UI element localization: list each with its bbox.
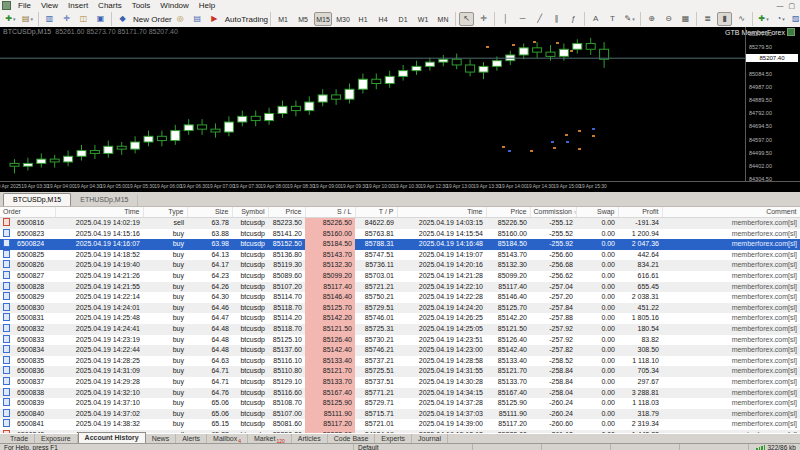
column-header-time[interactable]: Time: [397, 207, 486, 218]
history-row[interactable]: 65008162025.04.19 14:02:19sell63.78btcus…: [0, 218, 800, 229]
chart-tab-btcusdp-m15[interactable]: BTCUSDp,M15: [3, 193, 71, 206]
vertical-line-button[interactable]: │: [498, 12, 513, 26]
chart-canvas[interactable]: [0, 27, 745, 181]
history-row[interactable]: 65008292025.04.19 14:22:14buy64.30btcusd…: [0, 292, 800, 303]
indicators-button[interactable]: ✚▾: [756, 12, 771, 26]
menu-file[interactable]: File: [13, 1, 36, 10]
tab-articles[interactable]: Articles: [292, 434, 328, 443]
history-row[interactable]: 65008272025.04.19 14:21:26buy64.23btcusd…: [0, 271, 800, 282]
templates-button[interactable]: ▨▾: [790, 12, 800, 26]
print-button[interactable]: ▤: [190, 12, 205, 26]
tab-code-base[interactable]: Code Base: [328, 434, 376, 443]
history-row[interactable]: 65008312025.04.19 14:25:48buy64.47btcusd…: [0, 313, 800, 324]
timeframe-m15[interactable]: M15: [314, 12, 332, 26]
history-row[interactable]: 65008282025.04.19 14:21:55buy64.26btcusd…: [0, 282, 800, 293]
timeframe-d1[interactable]: D1: [394, 12, 412, 26]
timeframe-h1[interactable]: H1: [354, 12, 372, 26]
column-header-order[interactable]: Order: [0, 207, 55, 218]
text-button[interactable]: A: [588, 12, 603, 26]
timeframe-mn[interactable]: MN: [434, 12, 452, 26]
history-row[interactable]: 65008322025.04.19 14:24:41buy64.48btcusd…: [0, 324, 800, 335]
crosshair-button[interactable]: ✛: [476, 12, 491, 26]
tab-journal[interactable]: Journal: [412, 434, 448, 443]
history-row[interactable]: 65008382025.04.19 14:32:10buy64.76btcusd…: [0, 388, 800, 399]
bar-chart-button[interactable]: ≣: [700, 12, 715, 26]
menu-view[interactable]: View: [36, 1, 63, 10]
menu-insert[interactable]: Insert: [63, 1, 93, 10]
column-header-type[interactable]: Type: [143, 207, 187, 218]
history-row[interactable]: 65008342025.04.19 14:22:44buy64.48btcusd…: [0, 345, 800, 356]
cell: 2 047.36: [618, 239, 662, 250]
restore-button[interactable]: ▢: [788, 2, 795, 9]
history-row[interactable]: 65008362025.04.19 14:31:09buy64.71btcusd…: [0, 366, 800, 377]
shapes-button[interactable]: ✎▾: [622, 12, 637, 26]
history-row[interactable]: 65008372025.04.19 14:29:28buy64.71btcusd…: [0, 377, 800, 388]
metaeditor-button[interactable]: ◎: [173, 12, 188, 26]
history-row[interactable]: 65008332025.04.19 14:23:19buy64.48btcusd…: [0, 335, 800, 346]
column-header-comment[interactable]: Comment: [662, 207, 800, 218]
column-header-symbol[interactable]: Symbol: [232, 207, 268, 218]
dropdown-arrow-icon: ▾: [782, 16, 785, 22]
menu-tools[interactable]: Tools: [127, 1, 156, 10]
history-row[interactable]: 65008252025.04.19 14:18:52buy64.13btcusd…: [0, 250, 800, 261]
tab-trade[interactable]: Trade: [4, 434, 35, 443]
menu-help[interactable]: Help: [194, 1, 220, 10]
zoom-in-button[interactable]: ⊕: [644, 12, 659, 26]
timeframe-m30[interactable]: M30: [334, 12, 352, 26]
column-header-size[interactable]: Size: [187, 207, 232, 218]
history-row[interactable]: 65008302025.04.19 14:24:01buy64.46btcusd…: [0, 303, 800, 314]
minimize-button[interactable]: —: [776, 2, 783, 9]
tab-mailbox[interactable]: Mailbox4: [207, 434, 248, 443]
cursor-button[interactable]: ↖: [459, 12, 474, 26]
column-header-swap[interactable]: Swap: [576, 207, 618, 218]
channel-button[interactable]: ∥: [549, 12, 564, 26]
text-icon: A: [593, 15, 598, 23]
column-header-commission[interactable]: Commission▿: [530, 207, 576, 218]
column-header-price[interactable]: Price: [268, 207, 305, 218]
fibonacci-button[interactable]: ƒ: [566, 12, 581, 26]
tile-windows-button[interactable]: ▦: [678, 12, 693, 26]
history-row[interactable]: 65008242025.04.19 14:16:07buy63.98btcusd…: [0, 239, 800, 250]
trendline-button[interactable]: ╱: [532, 12, 547, 26]
tab-market[interactable]: Market120: [248, 434, 292, 443]
history-row[interactable]: 65008232025.04.19 14:15:16buy63.88btcusd…: [0, 229, 800, 240]
history-row[interactable]: 65008392025.04.19 14:37:10buy65.06btcusd…: [0, 398, 800, 409]
column-header-tp[interactable]: T / P: [355, 207, 397, 218]
column-header-profit[interactable]: Profit: [618, 207, 662, 218]
history-row[interactable]: 65008352025.04.19 14:28:25buy64.63btcusd…: [0, 356, 800, 367]
periods-button[interactable]: ◔▾: [773, 12, 788, 26]
new-order-button[interactable]: ◆: [115, 12, 130, 26]
tab-alerts[interactable]: Alerts: [176, 434, 207, 443]
menu-window[interactable]: Window: [155, 1, 193, 10]
chart-tab-ethusdp-m15[interactable]: ETHUSDp,M15: [71, 194, 138, 206]
line-chart-button[interactable]: ∿: [734, 12, 749, 26]
terminal-button[interactable]: ▣: [93, 12, 108, 26]
timeframe-m5[interactable]: M5: [294, 12, 312, 26]
navigator-button[interactable]: ◫: [76, 12, 91, 26]
tab-experts[interactable]: Experts: [375, 434, 412, 443]
tab-news[interactable]: News: [146, 434, 177, 443]
timeframe-m1[interactable]: M1: [274, 12, 292, 26]
candlestick-button[interactable]: ▮: [717, 12, 732, 26]
zoom-out-button[interactable]: ⊖: [661, 12, 676, 26]
cell: btcusdp: [232, 250, 268, 261]
history-row[interactable]: 65008262025.04.19 14:19:40buy64.17btcusd…: [0, 260, 800, 271]
profiles-button[interactable]: ▤▾: [20, 12, 35, 26]
status-profile[interactable]: Default: [354, 444, 473, 450]
history-row[interactable]: 65008402025.04.19 14:37:02buy65.06btcusd…: [0, 409, 800, 420]
arrow-object-button[interactable]: T: [605, 12, 620, 26]
market-watch-button[interactable]: ▥: [42, 12, 57, 26]
timeframe-w1[interactable]: W1: [414, 12, 432, 26]
autotrading-button[interactable]: ▶: [207, 12, 222, 26]
timeframe-h4[interactable]: H4: [374, 12, 392, 26]
data-window-button[interactable]: ✛: [59, 12, 74, 26]
tab-exposure[interactable]: Exposure: [35, 434, 78, 443]
horizontal-line-button[interactable]: ─: [515, 12, 530, 26]
column-header-sl[interactable]: S / L: [305, 207, 355, 218]
column-header-price[interactable]: Price: [486, 207, 530, 218]
new-chart-button[interactable]: ✚▾: [3, 12, 18, 26]
tab-account-history[interactable]: Account History: [78, 432, 146, 443]
menu-charts[interactable]: Charts: [93, 1, 127, 10]
column-header-time[interactable]: Time: [55, 207, 143, 218]
history-row[interactable]: 65008412025.04.19 14:38:32buy65.15btcusd…: [0, 419, 800, 430]
